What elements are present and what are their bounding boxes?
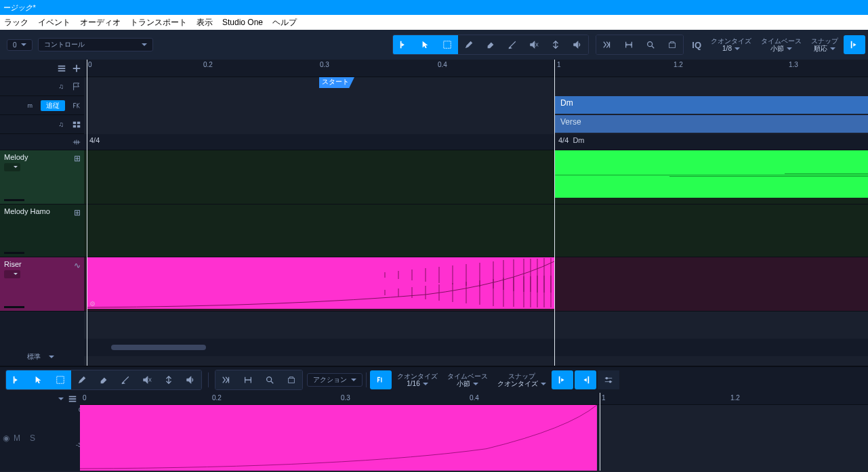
track-meter <box>4 199 24 201</box>
ed-macro-icon[interactable] <box>281 370 302 389</box>
control-dropdown[interactable]: コントロール <box>38 38 153 51</box>
ed-draw-tool[interactable] <box>71 370 93 389</box>
action-dropdown[interactable]: アクション <box>307 373 363 387</box>
svg-rect-5 <box>73 121 76 124</box>
ed-split-tool[interactable] <box>115 370 136 389</box>
editor-canvas[interactable]: 0 0.2 0.3 0.4 1 1.2 0dB -3.0- <box>80 393 868 471</box>
ed-timebase-setting[interactable]: タイムベース 小節 <box>443 372 492 387</box>
ed-erase-tool[interactable] <box>93 370 115 389</box>
ed-range-tool[interactable] <box>6 370 28 389</box>
snap-setting[interactable]: スナップ 順応 <box>807 37 842 52</box>
dropdown-icon[interactable] <box>58 398 64 400</box>
bend-tool[interactable] <box>545 35 566 54</box>
listen-tool[interactable] <box>566 35 588 54</box>
playhead[interactable] <box>554 60 555 366</box>
menu-event[interactable]: イベント <box>38 17 70 28</box>
zero-dropdown[interactable]: 0 <box>7 39 33 51</box>
chord-track-icon[interactable] <box>72 101 81 110</box>
ed-listen-tool[interactable] <box>180 370 201 389</box>
snap-toggle[interactable] <box>844 35 865 54</box>
editor-left-panel: ◉ M S <box>0 393 80 471</box>
erase-tool[interactable] <box>480 35 501 54</box>
time-ruler[interactable]: 0 0.2 0.3 0.4 1 1.2 1.3 <box>84 60 868 77</box>
marker-lane[interactable]: スタート <box>84 77 868 96</box>
macro-icon[interactable] <box>661 35 683 54</box>
quantize-setting[interactable]: クオンタイズ 1/8 <box>707 37 756 52</box>
view-mode[interactable]: 標準 <box>27 352 41 362</box>
start-cursor[interactable] <box>87 60 87 366</box>
arranger-lane[interactable]: Verse <box>84 115 868 134</box>
zoom-icon[interactable] <box>640 35 661 54</box>
melody-hamo-lane[interactable] <box>84 205 868 257</box>
tracklist-icon[interactable] <box>57 64 66 73</box>
ed-zoom-icon[interactable] <box>259 370 281 389</box>
editor-playhead[interactable] <box>600 393 600 471</box>
menu-view[interactable]: 表示 <box>197 17 213 28</box>
ed-autoscroll-icon[interactable] <box>215 370 237 389</box>
range-tool[interactable] <box>393 35 415 54</box>
chord-region[interactable]: Dm <box>554 96 868 114</box>
split-tool[interactable] <box>501 35 523 54</box>
riser-clip[interactable]: ⚙ <box>87 257 554 309</box>
ed-bend-tool[interactable] <box>158 370 180 389</box>
svg-point-15 <box>606 377 608 380</box>
ed-snap-end[interactable] <box>575 370 596 389</box>
ed-snap-setting[interactable]: スナップ クオンタイズ <box>493 372 550 387</box>
gear-icon[interactable]: ⚙ <box>89 300 96 307</box>
nav-tools-group <box>596 35 684 55</box>
mute-tool[interactable] <box>523 35 545 54</box>
timeline[interactable]: 0 0.2 0.3 0.4 1 1.2 1.3 スタート Dm Verse 4/… <box>84 60 868 366</box>
menu-help[interactable]: ヘルプ <box>272 17 297 28</box>
ed-arrow-tool[interactable] <box>28 370 49 389</box>
ed-settings-icon[interactable] <box>598 370 619 389</box>
track-meter <box>4 306 24 308</box>
ed-mute-tool[interactable] <box>136 370 158 389</box>
signature-icon[interactable] <box>72 137 81 147</box>
signature-lane[interactable]: 4/4 4/4 Dm <box>84 134 868 150</box>
track-header-melody-hamo[interactable]: Melody Hamo ⊞ <box>0 205 84 257</box>
ed-quantize-setting[interactable]: クオンタイズ 1/16 <box>393 372 442 387</box>
audio-editor: アクション クオンタイズ 1/16 タイムベース 小節 スナップ クオンタイズ … <box>0 366 868 471</box>
h-scroll-thumb[interactable] <box>111 345 206 350</box>
arranger-icon[interactable] <box>72 120 81 129</box>
solo-button[interactable]: S <box>30 433 35 443</box>
follow-button[interactable]: 追従 <box>41 100 65 111</box>
marquee-tool[interactable] <box>436 35 458 54</box>
autoscroll-icon[interactable] <box>596 35 618 54</box>
menu-audio[interactable]: オーディオ <box>80 17 121 28</box>
iq-label[interactable]: IQ <box>688 40 705 50</box>
ed-snap-start[interactable] <box>552 370 573 389</box>
menu-studioone[interactable]: Studio One <box>222 18 263 27</box>
loop-range-icon[interactable] <box>618 35 640 54</box>
track-header-riser[interactable]: Riser ∿ <box>0 257 84 312</box>
instrument-icon: ⊞ <box>74 208 81 217</box>
record-icon[interactable]: ◉ <box>3 433 9 443</box>
mute-button[interactable]: M <box>14 433 20 443</box>
melody-clip[interactable] <box>554 150 868 198</box>
marker-flag-icon[interactable] <box>72 82 81 91</box>
menu-track[interactable]: ラック <box>4 17 28 28</box>
editor-waveform[interactable] <box>80 405 597 471</box>
chord-lane[interactable]: Dm <box>84 96 868 115</box>
track-meter <box>4 252 24 254</box>
arranger-section[interactable]: Verse <box>554 115 868 133</box>
m-label: m <box>26 102 35 109</box>
ed-marquee-tool[interactable] <box>49 370 71 389</box>
ed-mode-toggle[interactable] <box>370 370 392 389</box>
draw-tool[interactable] <box>458 35 480 54</box>
track-color-dd[interactable] <box>4 163 20 171</box>
riser-lane[interactable]: ⚙ <box>84 257 868 312</box>
start-marker[interactable]: スタート <box>319 77 354 88</box>
editor-ruler[interactable]: 0 0.2 0.3 0.4 1 1.2 <box>80 393 868 405</box>
window-title: ージック* <box>3 3 35 13</box>
melody-lane[interactable] <box>84 150 868 205</box>
list-icon[interactable] <box>68 394 77 404</box>
timebase-setting[interactable]: タイムベース 小節 <box>757 37 806 52</box>
track-header-melody[interactable]: Melody ⊞ <box>0 150 84 205</box>
track-color-dd[interactable] <box>4 270 20 278</box>
arrow-tool[interactable] <box>415 35 436 54</box>
menu-transport[interactable]: トランスポート <box>130 17 187 28</box>
menu-bar: ラック イベント オーディオ トランスポート 表示 Studio One ヘルプ <box>0 15 868 30</box>
add-track-icon[interactable] <box>72 64 81 73</box>
ed-loop-range-icon[interactable] <box>237 370 259 389</box>
